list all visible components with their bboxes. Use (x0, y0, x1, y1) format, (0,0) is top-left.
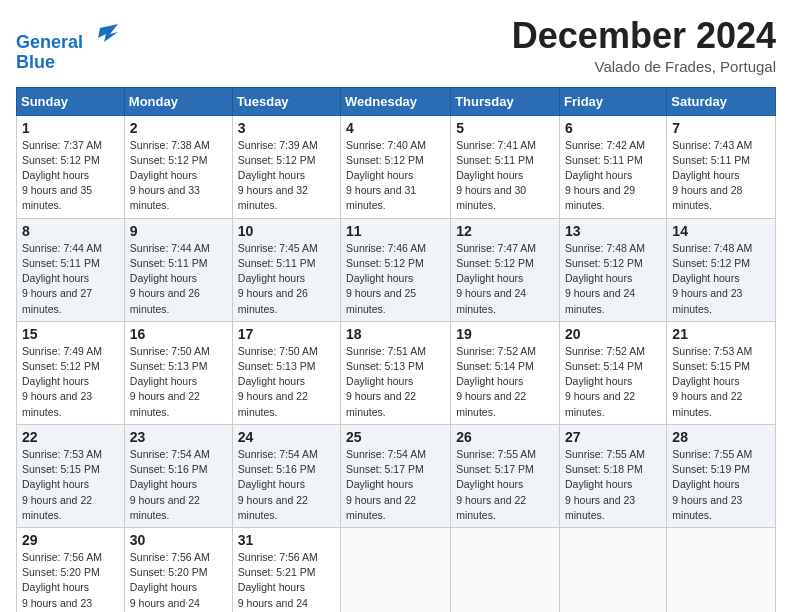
day-cell: 19 Sunrise: 7:52 AM Sunset: 5:14 PM Dayl… (451, 321, 560, 424)
day-number: 24 (238, 429, 335, 445)
day-info: Sunrise: 7:50 AM Sunset: 5:13 PM Dayligh… (130, 344, 227, 420)
day-cell (451, 527, 560, 612)
day-cell: 6 Sunrise: 7:42 AM Sunset: 5:11 PM Dayli… (560, 115, 667, 218)
day-cell: 15 Sunrise: 7:49 AM Sunset: 5:12 PM Dayl… (17, 321, 125, 424)
day-cell (667, 527, 776, 612)
day-cell: 18 Sunrise: 7:51 AM Sunset: 5:13 PM Dayl… (341, 321, 451, 424)
day-cell: 8 Sunrise: 7:44 AM Sunset: 5:11 PM Dayli… (17, 218, 125, 321)
day-cell: 22 Sunrise: 7:53 AM Sunset: 5:15 PM Dayl… (17, 424, 125, 527)
day-number: 17 (238, 326, 335, 342)
day-number: 3 (238, 120, 335, 136)
day-cell (560, 527, 667, 612)
day-info: Sunrise: 7:45 AM Sunset: 5:11 PM Dayligh… (238, 241, 335, 317)
day-info: Sunrise: 7:42 AM Sunset: 5:11 PM Dayligh… (565, 138, 661, 214)
day-cell: 14 Sunrise: 7:48 AM Sunset: 5:12 PM Dayl… (667, 218, 776, 321)
day-number: 22 (22, 429, 119, 445)
day-number: 29 (22, 532, 119, 548)
weekday-thursday: Thursday (451, 87, 560, 115)
day-info: Sunrise: 7:56 AM Sunset: 5:20 PM Dayligh… (22, 550, 119, 612)
day-info: Sunrise: 7:40 AM Sunset: 5:12 PM Dayligh… (346, 138, 445, 214)
weekday-wednesday: Wednesday (341, 87, 451, 115)
calendar-body: 1 Sunrise: 7:37 AM Sunset: 5:12 PM Dayli… (17, 115, 776, 612)
day-cell: 16 Sunrise: 7:50 AM Sunset: 5:13 PM Dayl… (124, 321, 232, 424)
day-info: Sunrise: 7:54 AM Sunset: 5:16 PM Dayligh… (130, 447, 227, 523)
weekday-tuesday: Tuesday (232, 87, 340, 115)
day-info: Sunrise: 7:51 AM Sunset: 5:13 PM Dayligh… (346, 344, 445, 420)
logo: General Blue (16, 20, 118, 73)
logo-general: General (16, 32, 83, 52)
day-cell: 7 Sunrise: 7:43 AM Sunset: 5:11 PM Dayli… (667, 115, 776, 218)
svg-marker-0 (98, 24, 118, 42)
title-area: December 2024 Valado de Frades, Portugal (512, 16, 776, 75)
day-number: 1 (22, 120, 119, 136)
weekday-sunday: Sunday (17, 87, 125, 115)
day-cell: 25 Sunrise: 7:54 AM Sunset: 5:17 PM Dayl… (341, 424, 451, 527)
day-cell: 5 Sunrise: 7:41 AM Sunset: 5:11 PM Dayli… (451, 115, 560, 218)
logo-bird-icon (90, 20, 118, 48)
week-row-4: 22 Sunrise: 7:53 AM Sunset: 5:15 PM Dayl… (17, 424, 776, 527)
day-number: 30 (130, 532, 227, 548)
header: General Blue December 2024 Valado de Fra… (16, 16, 776, 75)
day-info: Sunrise: 7:55 AM Sunset: 5:18 PM Dayligh… (565, 447, 661, 523)
day-info: Sunrise: 7:48 AM Sunset: 5:12 PM Dayligh… (565, 241, 661, 317)
day-number: 9 (130, 223, 227, 239)
day-number: 20 (565, 326, 661, 342)
logo-blue-text: Blue (16, 52, 55, 72)
day-cell: 31 Sunrise: 7:56 AM Sunset: 5:21 PM Dayl… (232, 527, 340, 612)
week-row-3: 15 Sunrise: 7:49 AM Sunset: 5:12 PM Dayl… (17, 321, 776, 424)
day-number: 12 (456, 223, 554, 239)
day-info: Sunrise: 7:43 AM Sunset: 5:11 PM Dayligh… (672, 138, 770, 214)
day-number: 26 (456, 429, 554, 445)
day-cell: 9 Sunrise: 7:44 AM Sunset: 5:11 PM Dayli… (124, 218, 232, 321)
day-cell: 13 Sunrise: 7:48 AM Sunset: 5:12 PM Dayl… (560, 218, 667, 321)
week-row-1: 1 Sunrise: 7:37 AM Sunset: 5:12 PM Dayli… (17, 115, 776, 218)
day-number: 5 (456, 120, 554, 136)
weekday-monday: Monday (124, 87, 232, 115)
day-number: 14 (672, 223, 770, 239)
day-cell: 28 Sunrise: 7:55 AM Sunset: 5:19 PM Dayl… (667, 424, 776, 527)
day-info: Sunrise: 7:47 AM Sunset: 5:12 PM Dayligh… (456, 241, 554, 317)
day-info: Sunrise: 7:54 AM Sunset: 5:16 PM Dayligh… (238, 447, 335, 523)
day-info: Sunrise: 7:55 AM Sunset: 5:17 PM Dayligh… (456, 447, 554, 523)
day-info: Sunrise: 7:50 AM Sunset: 5:13 PM Dayligh… (238, 344, 335, 420)
day-cell: 27 Sunrise: 7:55 AM Sunset: 5:18 PM Dayl… (560, 424, 667, 527)
day-info: Sunrise: 7:56 AM Sunset: 5:20 PM Dayligh… (130, 550, 227, 612)
day-number: 23 (130, 429, 227, 445)
day-number: 15 (22, 326, 119, 342)
day-number: 25 (346, 429, 445, 445)
month-title: December 2024 (512, 16, 776, 56)
day-cell: 11 Sunrise: 7:46 AM Sunset: 5:12 PM Dayl… (341, 218, 451, 321)
day-cell: 10 Sunrise: 7:45 AM Sunset: 5:11 PM Dayl… (232, 218, 340, 321)
day-number: 11 (346, 223, 445, 239)
day-number: 18 (346, 326, 445, 342)
day-cell: 17 Sunrise: 7:50 AM Sunset: 5:13 PM Dayl… (232, 321, 340, 424)
day-info: Sunrise: 7:44 AM Sunset: 5:11 PM Dayligh… (130, 241, 227, 317)
day-info: Sunrise: 7:46 AM Sunset: 5:12 PM Dayligh… (346, 241, 445, 317)
day-info: Sunrise: 7:52 AM Sunset: 5:14 PM Dayligh… (456, 344, 554, 420)
day-cell: 20 Sunrise: 7:52 AM Sunset: 5:14 PM Dayl… (560, 321, 667, 424)
day-cell: 26 Sunrise: 7:55 AM Sunset: 5:17 PM Dayl… (451, 424, 560, 527)
day-info: Sunrise: 7:53 AM Sunset: 5:15 PM Dayligh… (22, 447, 119, 523)
location: Valado de Frades, Portugal (512, 58, 776, 75)
day-number: 31 (238, 532, 335, 548)
day-info: Sunrise: 7:49 AM Sunset: 5:12 PM Dayligh… (22, 344, 119, 420)
day-number: 10 (238, 223, 335, 239)
day-number: 4 (346, 120, 445, 136)
day-info: Sunrise: 7:52 AM Sunset: 5:14 PM Dayligh… (565, 344, 661, 420)
day-info: Sunrise: 7:39 AM Sunset: 5:12 PM Dayligh… (238, 138, 335, 214)
day-info: Sunrise: 7:41 AM Sunset: 5:11 PM Dayligh… (456, 138, 554, 214)
weekday-header-row: SundayMondayTuesdayWednesdayThursdayFrid… (17, 87, 776, 115)
day-info: Sunrise: 7:48 AM Sunset: 5:12 PM Dayligh… (672, 241, 770, 317)
day-cell: 12 Sunrise: 7:47 AM Sunset: 5:12 PM Dayl… (451, 218, 560, 321)
day-cell: 21 Sunrise: 7:53 AM Sunset: 5:15 PM Dayl… (667, 321, 776, 424)
day-info: Sunrise: 7:53 AM Sunset: 5:15 PM Dayligh… (672, 344, 770, 420)
day-info: Sunrise: 7:56 AM Sunset: 5:21 PM Dayligh… (238, 550, 335, 612)
day-number: 16 (130, 326, 227, 342)
day-number: 13 (565, 223, 661, 239)
day-cell: 1 Sunrise: 7:37 AM Sunset: 5:12 PM Dayli… (17, 115, 125, 218)
day-cell (341, 527, 451, 612)
weekday-saturday: Saturday (667, 87, 776, 115)
day-cell: 24 Sunrise: 7:54 AM Sunset: 5:16 PM Dayl… (232, 424, 340, 527)
day-number: 28 (672, 429, 770, 445)
day-number: 27 (565, 429, 661, 445)
